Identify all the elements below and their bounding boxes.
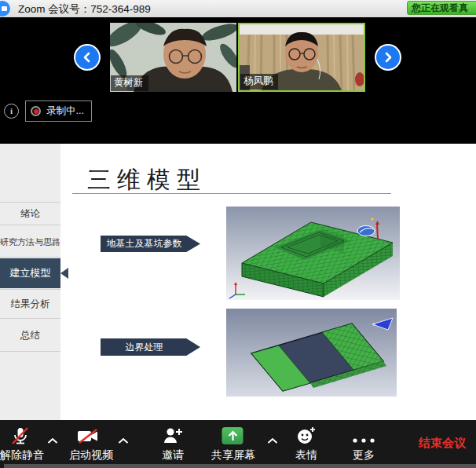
- chevron-left-icon: [75, 46, 99, 69]
- flow-label-soil-parameters: 地基土及基坑参数: [101, 236, 200, 252]
- camera-off-icon[interactable]: [77, 429, 99, 448]
- slide-outline-sidebar: 绪论 研究方法与思路 建立模型 结果分析 总结: [0, 144, 60, 420]
- meeting-toolbar: 解除静音 启动视频 邀请: [0, 420, 476, 468]
- emoji-plus-icon[interactable]: [296, 426, 317, 448]
- slide-title: 三维模型: [87, 164, 207, 196]
- participant-1-name-tag: 黄树新: [111, 75, 148, 91]
- sidebar-item-results: 结果分析: [0, 298, 60, 311]
- emoji-button[interactable]: 表情: [295, 448, 317, 463]
- invite-person-plus-icon[interactable]: [163, 426, 183, 448]
- share-screen-button[interactable]: 共享屏幕: [211, 448, 255, 463]
- video-thumbnail-strip: 黄树新: [0, 17, 476, 144]
- recording-label: 录制中...: [46, 104, 84, 118]
- microphone-muted-icon[interactable]: [11, 426, 30, 449]
- sidebar-divider: [0, 318, 60, 319]
- participant-video-1[interactable]: 黄树新: [110, 23, 236, 92]
- zoom-meeting-window: Zoom 会议号：752-364-989 您正在观看真: [0, 0, 476, 468]
- sidebar-divider: [0, 289, 60, 290]
- more-button[interactable]: 更多: [353, 448, 375, 463]
- sidebar-item-intro: 绪论: [0, 207, 60, 221]
- more-dots-icon[interactable]: [351, 433, 376, 447]
- flow-label-boundary-treatment: 边界处理: [101, 338, 200, 356]
- recording-dot-icon: [31, 106, 41, 116]
- info-icon[interactable]: i: [4, 104, 19, 119]
- window-title-bar: Zoom 会议号：752-364-989 您正在观看真: [0, 0, 476, 18]
- figure-boundary-treatment-model: [226, 309, 397, 397]
- mute-options-chevron-icon[interactable]: [47, 433, 59, 448]
- sidebar-item-summary: 总结: [0, 329, 60, 342]
- chevron-right-icon: [376, 46, 400, 69]
- sidebar-item-methods: 研究方法与思路: [0, 236, 60, 248]
- previous-participants-button[interactable]: [74, 44, 101, 71]
- figure-soil-pit-mesh-model: [226, 207, 400, 300]
- share-screen-icon[interactable]: [222, 427, 243, 444]
- invite-button[interactable]: 邀请: [162, 448, 184, 463]
- sidebar-divider: [0, 202, 60, 203]
- sidebar-divider: [0, 351, 60, 352]
- participant-video-2-active-speaker[interactable]: 杨凤鹏: [238, 23, 365, 92]
- share-options-chevron-icon[interactable]: [267, 433, 279, 448]
- start-video-button[interactable]: 启动视频: [69, 448, 113, 463]
- recording-indicator[interactable]: 录制中...: [25, 101, 92, 122]
- meeting-id-label: Zoom 会议号：752-364-989: [18, 2, 151, 16]
- next-participants-button[interactable]: [375, 44, 401, 71]
- mute-button[interactable]: 解除静音: [0, 448, 44, 463]
- shared-screen-slide: 绪论 研究方法与思路 建立模型 结果分析 总结 三维模型 地基土及基坑参数 边界…: [0, 144, 476, 420]
- sidebar-divider: [0, 225, 60, 225]
- slide-title-underline: [72, 193, 391, 194]
- sidebar-divider: [0, 257, 60, 258]
- participant-2-name-tag: 杨凤鹏: [240, 74, 278, 90]
- video-options-chevron-icon[interactable]: [118, 433, 130, 448]
- active-item-pointer-icon: [60, 268, 68, 279]
- end-meeting-button[interactable]: 结束会议: [419, 436, 466, 451]
- taskbar-edge: [4, 464, 476, 468]
- zoom-logo-icon: [0, 1, 10, 16]
- sidebar-item-modeling-active: 建立模型: [0, 258, 60, 288]
- watching-status-button[interactable]: 您正在观看真: [407, 1, 476, 15]
